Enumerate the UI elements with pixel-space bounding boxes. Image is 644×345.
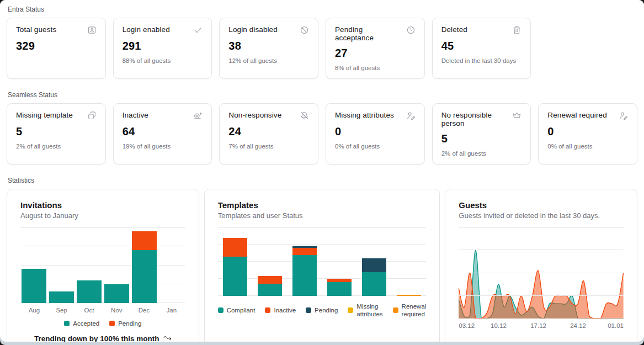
x-axis-label: 17.12 [530,322,546,329]
gridline [459,250,624,250]
bar-segment-inactive [258,276,282,284]
bar-Oct [77,280,102,303]
x-axis-label: Nov [103,307,130,314]
stat-card-header: No responsible person [441,111,522,128]
invitations-trend-label: Trending down by 100% this month [34,335,159,342]
bar-segment-compliant [258,284,282,296]
user-pen-icon [619,111,628,120]
stat-card-header: Pending acceptance [335,25,416,42]
stat-card[interactable]: Login disabled 38 12% of all guests [219,18,318,79]
stat-card[interactable]: Non-responsive 24 7% of all guests [219,103,318,164]
bar-segment-pending [132,231,157,250]
stat-card-header: Renewal required [547,111,628,120]
legend-item-pending: Pending [306,306,338,314]
bar-segment-pending [362,258,386,272]
bar-col-4 [327,279,352,296]
bar-Nov [104,284,129,303]
stat-card[interactable]: No responsible person 5 2% of all guests [432,103,531,164]
stat-card-subtitle: 2% of all guests [441,150,522,157]
stat-card-subtitle: 19% of all guests [123,143,203,150]
bar-col-3 [292,246,317,296]
bar-slot [322,227,357,296]
trash-icon [512,25,521,35]
x-axis-labels: 03.1210.1217.1224.1201.01 [459,322,624,331]
crown-icon [512,111,521,120]
stat-card-value: 38 [228,40,309,52]
stat-card[interactable]: Renewal required 0 0% of all guests [538,103,637,164]
x-axis-label: Jan [158,307,185,314]
guests-area-svg [459,227,624,319]
stat-card[interactable]: Login enabled 291 88% of all guests [113,18,212,79]
bar-chart-bars [218,227,427,296]
stat-card[interactable]: Total guests 329 [7,18,106,79]
stat-card[interactable]: Missing template 5 2% of all guests [7,103,106,164]
stat-card-subtitle: 12% of all guests [228,57,309,65]
trending-down-icon [163,335,172,342]
section-label-seamless-status: Seamless Status [8,91,637,99]
bar-slot [103,227,130,303]
guests-chart-subtitle: Guests invited or deleted in the last 30… [459,211,624,220]
gridline [459,295,624,296]
statistics-row: Invitations August to January AugSepOctN… [7,189,637,342]
guests-chart-card: Guests Guests invited or deleted in the … [445,189,637,342]
stat-card-title: Missing template [16,111,73,119]
invitations-chart-footer: Trending down by 100% this month Showing… [20,335,185,342]
bar-segment-accepted [22,269,46,303]
legend-label: Pending [118,320,141,327]
stat-card-title: No responsible person [441,111,509,128]
stat-card-value: 291 [123,40,203,52]
bar-slot [391,227,426,296]
bar-Sep [49,291,74,303]
bar-slot [288,227,322,296]
legend-item-pending: Pending [109,320,141,327]
stat-card[interactable]: Deleted 45 Deleted in the last 30 days [432,18,531,79]
bar-col-2 [258,276,282,296]
seamless-status-card-row: Missing template 5 2% of all guests Inac… [7,103,637,164]
x-axis-label: Aug [20,307,48,314]
legend-label: Missing attributes [356,302,382,319]
gridline [459,273,624,273]
bar-segment-accepted [104,284,129,303]
legend-label: Inactive [274,306,296,314]
stat-card-header: Login disabled [228,25,309,35]
invitations-trend-text: Trending down by 100% this month [20,335,185,342]
stat-card-subtitle: 0% of all guests [335,143,416,150]
stat-card[interactable]: Missing attributes 0 0% of all guests [326,103,425,164]
invitations-chart-title: Invitations [20,200,185,210]
clock-icon [406,25,416,35]
x-axis-labels: AugSepOctNovDecJan [20,307,185,314]
area-fill-deleted [459,270,624,319]
legend-item-compliant: Compliant [218,306,256,314]
legend-item-accepted: Accepted [64,320,99,327]
legend-item-missing-attributes: Missing attributes [348,302,382,319]
stat-card-title: Renewal required [547,111,606,119]
bar-segment-inactive [292,248,317,254]
templates-chart-subtitle: Templates and user Status [218,211,427,220]
templates-chart-card: Templates Templates and user Status Comp… [204,189,440,342]
snail-icon [193,111,203,120]
templates-chart-title: Templates [218,200,427,210]
bar-col-5 [362,258,386,296]
bar-segment-accepted [77,280,102,303]
ban-icon [300,25,309,35]
legend-item-renewal-required: Renewal required [393,302,427,319]
stat-card[interactable]: Inactive 64 19% of all guests [113,103,212,164]
invitations-chart-body: AugSepOctNovDecJanAcceptedPending [20,220,185,327]
stat-card-title: Non-responsive [228,111,281,119]
app-window: Entra Status Total guests 329 Login enab… [0,0,644,345]
stat-card-title: Missing attributes [335,111,394,119]
chart-legend: CompliantInactivePendingMissing attribut… [218,302,427,319]
stat-card-title: Deleted [441,25,467,34]
entra-status-card-row: Total guests 329 Login enabled 291 88% o… [7,18,637,79]
x-axis-label: 03.12 [459,322,475,329]
bar-slot [253,227,288,296]
bar-chart-plot [218,227,427,296]
invitations-chart-subtitle: August to January [20,211,185,220]
bar-slot [130,227,158,303]
stat-card[interactable]: Pending acceptance 27 8% of all guests [326,18,425,79]
bar-slot [48,227,76,303]
x-axis-label: 01.01 [608,322,624,329]
bar-segment-accepted [49,291,74,303]
guests-chart-title: Guests [459,200,624,210]
copy-pages-icon [87,111,97,120]
